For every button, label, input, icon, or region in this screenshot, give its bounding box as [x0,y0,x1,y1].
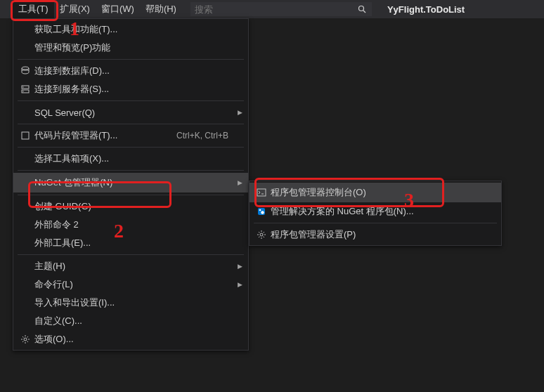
svg-rect-8 [22,132,29,139]
mi-pm-console[interactable]: 程序包管理器控制台(O) [250,183,501,202]
mi-customize-label: 自定义(C)... [34,315,235,327]
mi-choose-toolbox[interactable]: 选择工具箱项(X)... [13,150,248,168]
svg-point-14 [260,233,263,236]
menu-tools-label: 工具(T) [18,3,48,15]
svg-point-13 [261,211,264,214]
svg-point-7 [22,91,23,91]
mi-create-guid[interactable]: 创建 GUID(G) [13,197,248,216]
mi-get-tools-label: 获取工具和功能(T)... [34,23,235,36]
snippet-icon [16,131,34,141]
nuget-submenu: 程序包管理器控制台(O) 管理解决方案的 NuGet 程序包(N)... 程序包… [249,181,502,246]
mi-cmdline-label: 命令行(L) [34,278,235,291]
mi-sql-server[interactable]: SQL Server(Q) ▶ [13,103,248,122]
separator [18,124,244,124]
chevron-right-icon: ▶ [235,179,244,186]
mi-connect-db[interactable]: 连接到数据库(D)... [13,62,248,80]
mi-connect-db-label: 连接到数据库(D)... [34,65,235,77]
svg-point-0 [358,6,363,11]
mi-ext-tools-label: 外部工具(E)... [34,237,235,249]
mi-options[interactable]: 选项(O)... [13,330,248,348]
mi-create-guid-label: 创建 GUID(G) [34,200,235,213]
mi-nuget[interactable]: NuGet 包管理器(N) ▶ [13,173,248,192]
gear-icon [16,334,34,344]
separator [18,59,244,60]
menu-help[interactable]: 帮助(H) [140,0,182,18]
search-button[interactable] [352,2,372,16]
mi-import-export[interactable]: 导入和导出设置(I)... [13,294,248,312]
console-icon [252,188,271,197]
menu-help-label: 帮助(H) [145,3,176,15]
menu-extensions-label: 扩展(X) [60,3,90,15]
mi-theme-label: 主题(H) [34,260,235,273]
mi-customize[interactable]: 自定义(C)... [13,312,248,330]
menubar-spacer [0,0,13,18]
mi-import-export-label: 导入和导出设置(I)... [34,296,235,309]
server-icon [16,84,34,94]
search-input[interactable] [190,2,352,16]
mi-nuget-label: NuGet 包管理器(N) [34,176,235,189]
svg-rect-10 [257,189,266,196]
mi-snippet-mgr-label: 代码片段管理器(T)... [34,129,176,142]
svg-point-6 [22,86,23,87]
chevron-right-icon: ▶ [235,109,244,116]
menubar: 工具(T) 扩展(X) 窗口(W) 帮助(H) YyFlight.ToDoLis… [0,0,544,18]
mi-connect-server-label: 连接到服务器(S)... [34,83,235,96]
mi-manage-preview-label: 管理和预览(P)功能 [34,41,235,54]
separator [254,223,497,223]
chevron-right-icon: ▶ [235,263,244,270]
menu-window[interactable]: 窗口(W) [96,0,140,18]
project-name: YyFlight.ToDoList [387,0,465,18]
mi-cmdline[interactable]: 命令行(L) ▶ [13,275,248,294]
mi-ext-cmd2[interactable]: 外部命令 2 [13,216,248,234]
svg-point-12 [259,209,261,211]
nuget-icon [252,207,271,216]
separator [18,100,244,101]
search-box [190,0,372,18]
search-icon [358,5,366,13]
mi-pm-console-label: 程序包管理器控制台(O) [271,186,497,199]
menu-extensions[interactable]: 扩展(X) [54,0,96,18]
separator [18,254,244,255]
mi-choose-toolbox-label: 选择工具箱项(X)... [34,152,235,165]
database-icon [16,66,34,76]
separator [18,147,244,148]
svg-point-2 [22,67,29,70]
separator [18,195,244,195]
separator [18,170,244,171]
svg-point-9 [24,338,27,341]
menu-tools[interactable]: 工具(T) [13,0,54,18]
mi-manage-preview[interactable]: 管理和预览(P)功能 [13,39,248,57]
svg-line-1 [363,11,365,13]
mi-get-tools[interactable]: 获取工具和功能(T)... [13,20,248,39]
chevron-right-icon: ▶ [235,281,244,288]
mi-pm-settings-label: 程序包管理器设置(P) [271,228,497,241]
mi-manage-pkgs-label: 管理解决方案的 NuGet 程序包(N)... [271,205,497,218]
mi-ext-tools[interactable]: 外部工具(E)... [13,234,248,252]
mi-snippet-shortcut: Ctrl+K, Ctrl+B [176,131,228,141]
gear-icon [252,230,271,240]
mi-pm-settings[interactable]: 程序包管理器设置(P) [250,226,501,244]
mi-theme[interactable]: 主题(H) ▶ [13,257,248,275]
mi-manage-pkgs[interactable]: 管理解决方案的 NuGet 程序包(N)... [250,202,501,221]
mi-sql-server-label: SQL Server(Q) [34,107,235,118]
mi-connect-server[interactable]: 连接到服务器(S)... [13,80,248,98]
tools-dropdown: 获取工具和功能(T)... 管理和预览(P)功能 连接到数据库(D)... 连接… [13,18,249,351]
mi-options-label: 选项(O)... [34,333,235,346]
mi-ext-cmd2-label: 外部命令 2 [34,218,235,231]
mi-snippet-mgr[interactable]: 代码片段管理器(T)... Ctrl+K, Ctrl+B [13,126,248,145]
menu-window-label: 窗口(W) [101,3,134,15]
